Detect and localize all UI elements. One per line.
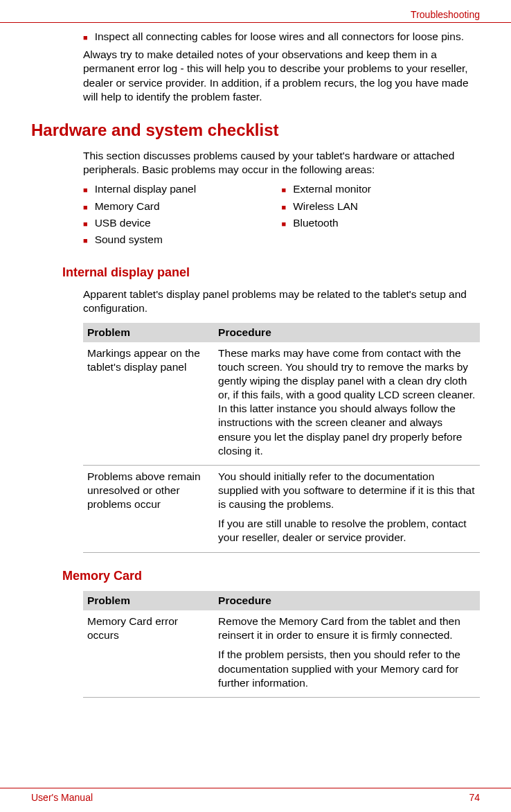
table-cell-problem: Memory Card error occurs (83, 610, 214, 697)
problem-table-display: Problem Procedure Markings appear on the… (83, 323, 480, 553)
procedure-text: If the problem persists, then you should… (218, 648, 476, 689)
square-bullet-icon: ■ (83, 33, 88, 42)
list-item: ■Sound system (83, 233, 282, 247)
checklist-columns: ■Internal display panel ■Memory Card ■US… (83, 182, 480, 249)
table-row: Problems above remain unresolved or othe… (83, 465, 480, 552)
square-bullet-icon: ■ (282, 185, 287, 195)
list-item: ■External monitor (282, 182, 481, 196)
list-item-text: Wireless LAN (293, 200, 358, 213)
list-item: ■Bluetooth (282, 216, 481, 230)
table-header-row: Problem Procedure (83, 591, 480, 610)
table-cell-problem: Problems above remain unresolved or othe… (83, 465, 214, 552)
square-bullet-icon: ■ (282, 219, 287, 229)
table-row: Markings appear on the tablet's display … (83, 342, 480, 466)
table-header-problem: Problem (83, 591, 214, 610)
table-header-problem: Problem (83, 323, 214, 342)
list-item: ■Memory Card (83, 200, 282, 213)
procedure-text: Remove the Memory Card from the tablet a… (218, 615, 476, 642)
problem-table-memory: Problem Procedure Memory Card error occu… (83, 591, 480, 698)
list-item: ■USB device (83, 216, 282, 230)
heading-1: Hardware and system checklist (31, 119, 480, 141)
table-header-procedure: Procedure (214, 323, 480, 342)
table-cell-procedure: Remove the Memory Card from the tablet a… (214, 610, 480, 697)
procedure-text: You should initially refer to the docume… (218, 470, 476, 511)
square-bullet-icon: ■ (83, 236, 88, 245)
table-row: Memory Card error occurs Remove the Memo… (83, 610, 480, 697)
list-item: ■Internal display panel (83, 182, 282, 196)
square-bullet-icon: ■ (83, 202, 88, 212)
list-item-text: Memory Card (95, 200, 160, 213)
table-cell-procedure: These marks may have come from contact w… (214, 342, 480, 466)
square-bullet-icon: ■ (83, 219, 88, 229)
procedure-text: If you are still unable to resolve the p… (218, 517, 476, 545)
list-item-text: External monitor (293, 182, 371, 196)
heading-2: Internal display panel (62, 265, 480, 281)
table-cell-problem: Markings appear on the tablet's display … (83, 342, 214, 466)
paragraph: Apparent tablet's display panel problems… (83, 288, 480, 315)
list-item-text: Inspect all connecting cables for loose … (95, 30, 464, 44)
table-header-procedure: Procedure (214, 591, 480, 610)
heading-2: Memory Card (62, 568, 480, 584)
table-header-row: Problem Procedure (83, 323, 480, 342)
header-section-name: Troubleshooting (31, 8, 480, 21)
paragraph: Always try to make detailed notes of you… (83, 48, 480, 104)
footer-manual-name: User's Manual (31, 791, 93, 804)
square-bullet-icon: ■ (83, 185, 88, 195)
page-header: Troubleshooting (0, 0, 511, 23)
footer-page-number: 74 (469, 791, 480, 804)
list-item-text: Internal display panel (95, 182, 197, 196)
page-content: ■ Inspect all connecting cables for loos… (0, 23, 511, 712)
list-item-text: USB device (95, 216, 151, 230)
list-item: ■ Inspect all connecting cables for loos… (83, 30, 480, 44)
list-item-text: Sound system (95, 233, 163, 247)
checklist-right-column: ■External monitor ■Wireless LAN ■Bluetoo… (282, 182, 481, 249)
top-bullet-list: ■ Inspect all connecting cables for loos… (83, 30, 480, 44)
square-bullet-icon: ■ (282, 202, 287, 212)
table-cell-procedure: You should initially refer to the docume… (214, 465, 480, 552)
checklist-left-column: ■Internal display panel ■Memory Card ■US… (83, 182, 282, 249)
list-item-text: Bluetooth (293, 216, 339, 230)
procedure-text: These marks may have come from contact w… (218, 346, 476, 458)
page-footer: User's Manual 74 (0, 788, 511, 804)
paragraph: This section discusses problems caused b… (83, 149, 480, 177)
list-item: ■Wireless LAN (282, 200, 481, 213)
